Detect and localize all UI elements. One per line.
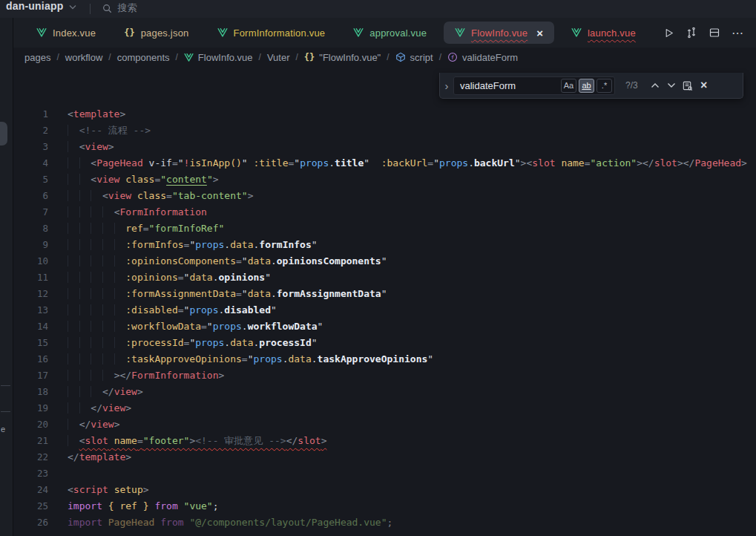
close-find-icon[interactable]: × bbox=[696, 77, 712, 94]
whole-word-toggle[interactable]: ab bbox=[579, 79, 594, 93]
split-editor-icon[interactable] bbox=[709, 27, 720, 39]
search-placeholder: 搜索 bbox=[117, 1, 137, 15]
code-line[interactable]: 10 :opinionsComponents="data.opinionsCom… bbox=[13, 253, 756, 269]
code-line[interactable]: 4 <PageHead v-if="!isInApp()" :title="pr… bbox=[13, 155, 756, 171]
code-line[interactable]: 22</template> bbox=[13, 449, 756, 465]
find-widget: › Aa ab .* ?/3 bbox=[439, 73, 743, 99]
breadcrumb-item-workflow[interactable]: workflow bbox=[65, 52, 103, 63]
code-line[interactable]: 12 :formAssignmentData="data.formAssignm… bbox=[13, 286, 756, 302]
line-content: <template> bbox=[68, 106, 125, 122]
sidebar-divider bbox=[1, 411, 10, 412]
line-number: 14 bbox=[13, 318, 48, 335]
braces-icon: {} bbox=[124, 27, 134, 38]
line-content: <view> bbox=[68, 139, 114, 155]
match-case-toggle[interactable]: Aa bbox=[561, 79, 576, 93]
tab-index-vue[interactable]: Index.vue bbox=[25, 22, 107, 44]
breadcrumb-separator: / bbox=[296, 52, 298, 62]
breadcrumb-item-flowinfo-vue[interactable]: FlowInfo.vue bbox=[184, 52, 253, 63]
line-number: 15 bbox=[13, 335, 48, 351]
line-content: <view class="tab-content"> bbox=[68, 188, 253, 204]
collapsed-sidebar-rail[interactable]: e bbox=[0, 18, 13, 536]
line-content: <view class="content"> bbox=[68, 171, 219, 188]
code-line[interactable]: 25import { ref } from "vue"; bbox=[13, 498, 756, 514]
compare-changes-icon[interactable] bbox=[686, 27, 697, 39]
code-line[interactable]: 18 </view> bbox=[13, 384, 756, 400]
code-line[interactable]: 20 </view> bbox=[13, 416, 756, 433]
breadcrumb-item-pages[interactable]: pages bbox=[24, 52, 50, 63]
find-input[interactable] bbox=[460, 80, 559, 91]
breadcrumb-item-vuter[interactable]: Vuter bbox=[267, 52, 290, 63]
line-number: 2 bbox=[13, 122, 48, 139]
line-content: <PageHead v-if="!isInApp()" :title="prop… bbox=[68, 155, 747, 171]
code-line[interactable]: 5 <view class="content"> bbox=[13, 171, 756, 188]
title-bar: dan-uniapp 搜索 bbox=[0, 0, 756, 18]
code-line[interactable]: 3 <view> bbox=[13, 139, 756, 155]
code-line[interactable]: 2 <!-- 流程 --> bbox=[13, 122, 756, 139]
line-content: :opinions="data.opinions" bbox=[68, 269, 271, 286]
tab-label: pages.json bbox=[141, 27, 189, 39]
code-editor[interactable]: 1<template>2 <!-- 流程 -->3 <view>4 <PageH… bbox=[13, 67, 756, 531]
vue-icon bbox=[217, 27, 228, 38]
line-content: <script setup> bbox=[68, 482, 149, 498]
code-line[interactable]: 23 bbox=[13, 465, 756, 482]
line-number: 22 bbox=[13, 449, 48, 465]
breadcrumb-item-validateform[interactable]: fvalidateForm bbox=[447, 52, 518, 63]
code-line[interactable]: 17 ></FormInformation> bbox=[13, 367, 756, 384]
breadcrumb-label: "FlowInfo.vue" bbox=[319, 52, 381, 63]
code-line[interactable]: 15 :processId="props.data.processId" bbox=[13, 335, 756, 351]
code-line[interactable]: 7 <FormInformation bbox=[13, 204, 756, 220]
line-content: :processId="props.data.processId" bbox=[68, 335, 318, 351]
regex-toggle[interactable]: .* bbox=[596, 79, 612, 93]
code-line[interactable]: 19 </view> bbox=[13, 400, 756, 416]
breadcrumb-item-script[interactable]: script bbox=[395, 52, 433, 63]
breadcrumb-separator: / bbox=[439, 52, 441, 62]
find-in-selection-icon[interactable] bbox=[680, 77, 696, 94]
close-icon[interactable]: × bbox=[536, 27, 543, 39]
code-line[interactable]: 26import PageHead from "@/components/lay… bbox=[13, 514, 756, 531]
tab-flowinfo-vue[interactable]: FlowInfo.vue× bbox=[444, 22, 554, 44]
code-line[interactable]: 13 :disabled="props.disabled" bbox=[13, 302, 756, 318]
line-content: <FormInformation bbox=[68, 204, 207, 220]
code-line[interactable]: 11 :opinions="data.opinions" bbox=[13, 269, 756, 286]
breadcrumb-separator: / bbox=[108, 52, 111, 62]
breadcrumb-label: pages bbox=[24, 52, 50, 63]
code-line[interactable]: 21 <slot name="footer"><!-- 审批意见 --></sl… bbox=[13, 433, 756, 449]
line-number: 18 bbox=[13, 384, 48, 400]
code-line[interactable]: 6 <view class="tab-content"> bbox=[13, 188, 756, 204]
more-actions-icon[interactable]: ⋯ bbox=[732, 26, 744, 40]
tab-pages-json[interactable]: {}pages.json bbox=[113, 22, 200, 44]
next-match-icon[interactable] bbox=[663, 77, 680, 94]
code-line[interactable]: 1<template> bbox=[13, 106, 756, 122]
toggle-replace-icon[interactable]: › bbox=[440, 73, 453, 98]
titlebar-divider bbox=[90, 4, 91, 14]
breadcrumb-label: components bbox=[117, 52, 170, 63]
tab-label: FormInformation.vue bbox=[234, 27, 326, 39]
previous-match-icon[interactable] bbox=[647, 77, 663, 94]
global-search[interactable]: 搜索 bbox=[102, 1, 137, 15]
project-name[interactable]: dan-uniapp bbox=[6, 0, 63, 12]
tab-forminformation-vue[interactable]: FormInformation.vue bbox=[206, 22, 337, 44]
code-line[interactable]: 16 :taskApproveOpinions="props.data.task… bbox=[13, 351, 756, 367]
code-line[interactable]: 9 :formInfos="props.data.formInfos" bbox=[13, 237, 756, 253]
breadcrumb-item--flowinfo-vue-[interactable]: {}"FlowInfo.vue" bbox=[304, 52, 381, 63]
line-number: 16 bbox=[13, 351, 48, 367]
line-content: </view> bbox=[68, 384, 143, 400]
tab-approval-vue[interactable]: approval.vue bbox=[342, 22, 438, 44]
vue-icon bbox=[571, 27, 582, 38]
breadcrumb-separator: / bbox=[259, 52, 261, 62]
vue-icon bbox=[184, 53, 194, 62]
chevron-down-icon[interactable] bbox=[69, 4, 76, 10]
tab-launch-vue[interactable]: launch.vue bbox=[560, 22, 647, 44]
code-line[interactable]: 8 ref="formInfoRef" bbox=[13, 220, 756, 237]
vue-icon bbox=[455, 27, 465, 38]
code-line[interactable]: 14 :workflowData="props.workflowData" bbox=[13, 318, 756, 335]
line-content: <!-- 流程 --> bbox=[68, 122, 151, 139]
breadcrumb-label: FlowInfo.vue bbox=[198, 52, 253, 63]
line-number: 23 bbox=[13, 465, 48, 482]
line-content: </view> bbox=[68, 400, 131, 416]
line-content: :disabled="props.disabled" bbox=[68, 302, 277, 318]
breadcrumb-item-components[interactable]: components bbox=[117, 52, 170, 63]
code-line[interactable]: 24<script setup> bbox=[13, 482, 756, 498]
breadcrumb-separator: / bbox=[56, 52, 59, 62]
run-icon[interactable] bbox=[663, 27, 674, 39]
